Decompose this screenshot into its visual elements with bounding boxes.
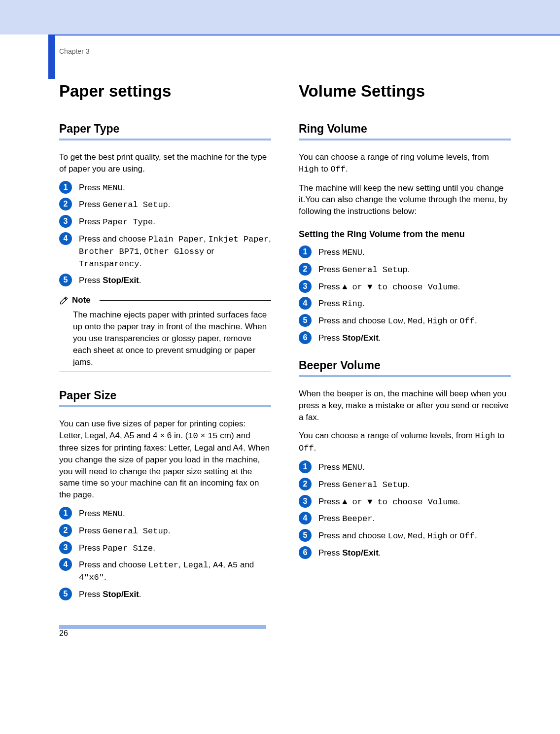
step: 1Press MENU. [299, 246, 511, 259]
step: 5Press Stop/Exit. [59, 589, 271, 600]
step-text: Press General Setup. [318, 264, 410, 276]
step: 3Press ▲ or ▼ to choose Volume. [299, 281, 511, 293]
step: 4Press and choose Letter, Legal, A4, A5 … [59, 559, 271, 584]
chapter-label: Chapter 3 [59, 47, 560, 55]
step: 4Press Ring. [299, 298, 511, 310]
ring-intro-2: The machine will keep the new setting un… [299, 182, 511, 217]
paper-size-steps: 1Press MENU. 2Press General Setup. 3Pres… [59, 508, 271, 600]
heading-ring-volume: Ring Volume [299, 122, 511, 136]
step-text: Press Paper Type. [79, 216, 155, 228]
step-text: Press Beeper. [318, 513, 375, 525]
step: 5Press and choose Low, Med, High or Off. [299, 530, 511, 542]
arrow-down-icon: ▼ [367, 282, 372, 292]
paper-type-intro: To get the best print quality, set the m… [59, 151, 271, 175]
step-text: Press and choose Low, Med, High or Off. [318, 315, 477, 327]
step-bullet: 5 [59, 274, 72, 286]
step-text: Press Paper Size. [79, 542, 155, 555]
step: 3Press Paper Size. [59, 542, 271, 555]
beeper-intro-2: You can choose a range of volume levels,… [299, 430, 511, 454]
step-bullet: 3 [299, 495, 312, 508]
section-rule [299, 375, 511, 377]
page-number: 26 [59, 629, 72, 638]
paper-type-steps: 1Press MENU. 2Press General Setup. 3Pres… [59, 182, 271, 287]
step-bullet: 2 [59, 198, 72, 210]
step: 2Press General Setup. [299, 479, 511, 491]
note-rule [100, 300, 271, 301]
header-band [0, 0, 560, 35]
beeper-intro: When the beeper is on, the machine will … [299, 388, 511, 423]
step: 5Press and choose Low, Med, High or Off. [299, 315, 511, 327]
section-rule [59, 405, 271, 407]
step: 2Press General Setup. [59, 199, 271, 211]
pencil-note-icon [59, 295, 69, 305]
step-text: Press and choose Plain Paper, Inkjet Pap… [79, 233, 271, 270]
heading-ring-menu: Setting the Ring Volume from the menu [299, 229, 511, 240]
step-bullet: 2 [299, 478, 312, 490]
step-bullet: 3 [59, 541, 72, 554]
step-bullet: 1 [299, 245, 312, 258]
heading-paper-type: Paper Type [59, 122, 271, 136]
content: Paper settings Paper Type To get the bes… [0, 55, 560, 625]
step: 3Press Paper Type. [59, 216, 271, 228]
step: 4Press and choose Plain Paper, Inkjet Pa… [59, 233, 271, 270]
step: 1Press MENU. [59, 182, 271, 194]
page-footer: 26 [0, 625, 560, 648]
step-bullet: 3 [59, 215, 72, 228]
step-bullet: 3 [299, 280, 312, 293]
beeper-steps: 1Press MENU. 2Press General Setup. 3Pres… [299, 461, 511, 559]
left-column: Paper settings Paper Type To get the bes… [59, 82, 271, 605]
step-text: Press General Setup. [79, 525, 171, 537]
step-text: Press Stop/Exit. [318, 332, 381, 344]
heading-volume-settings: Volume Settings [299, 82, 511, 101]
arrow-down-icon: ▼ [367, 497, 372, 507]
step-bullet: 5 [299, 314, 312, 327]
step-bullet: 2 [299, 263, 312, 276]
heading-paper-settings: Paper settings [59, 82, 271, 101]
heading-beeper-volume: Beeper Volume [299, 359, 511, 372]
step-text: Press MENU. [318, 246, 365, 259]
step-bullet: 6 [299, 546, 312, 559]
step-text: Press General Setup. [318, 479, 410, 491]
page-rule [59, 625, 266, 629]
step: 1Press MENU. [299, 461, 511, 474]
step: 2Press General Setup. [299, 264, 511, 276]
step-text: Press and choose Low, Med, High or Off. [318, 530, 477, 542]
step-bullet: 4 [59, 558, 72, 571]
note-body: The machine ejects paper with printed su… [73, 309, 271, 368]
step: 4Press Beeper. [299, 513, 511, 525]
step-text: Press ▲ or ▼ to choose Volume. [318, 281, 460, 293]
step-bullet: 6 [299, 331, 312, 344]
step-bullet: 5 [299, 529, 312, 542]
arrow-up-icon: ▲ [342, 282, 347, 292]
step-text: Press Stop/Exit. [79, 275, 141, 286]
step: 2Press General Setup. [59, 525, 271, 537]
step-bullet: 4 [299, 297, 312, 310]
step-bullet: 4 [299, 512, 312, 524]
step-bullet: 2 [59, 524, 72, 537]
section-rule [299, 139, 511, 140]
step-bullet: 5 [59, 588, 72, 600]
step-text: Press and choose Letter, Legal, A4, A5 a… [79, 559, 271, 584]
step-text: Press ▲ or ▼ to choose Volume. [318, 496, 460, 508]
note-end-rule [59, 372, 271, 372]
section-rule [59, 139, 271, 140]
step: 3Press ▲ or ▼ to choose Volume. [299, 496, 511, 508]
step-bullet: 1 [59, 181, 72, 194]
step-text: Press Stop/Exit. [318, 547, 381, 559]
step-text: Press MENU. [79, 508, 125, 520]
step: 1Press MENU. [59, 508, 271, 520]
paper-size-intro: You can use five sizes of paper for prin… [59, 418, 271, 501]
step: 5Press Stop/Exit. [59, 275, 271, 286]
step-text: Press Ring. [318, 298, 365, 310]
step-bullet: 1 [299, 460, 312, 473]
step-text: Press Stop/Exit. [79, 589, 141, 600]
note-label: Note [72, 295, 91, 305]
heading-paper-size: Paper Size [59, 389, 271, 402]
step-text: Press MENU. [79, 182, 125, 194]
step-bullet: 4 [59, 232, 72, 245]
ring-intro: You can choose a range of ring volume le… [299, 151, 511, 175]
step: 6Press Stop/Exit. [299, 332, 511, 344]
step-text: Press General Setup. [79, 199, 171, 211]
page: Chapter 3 Paper settings Paper Type To g… [0, 0, 560, 648]
note-header: Note [59, 295, 271, 305]
